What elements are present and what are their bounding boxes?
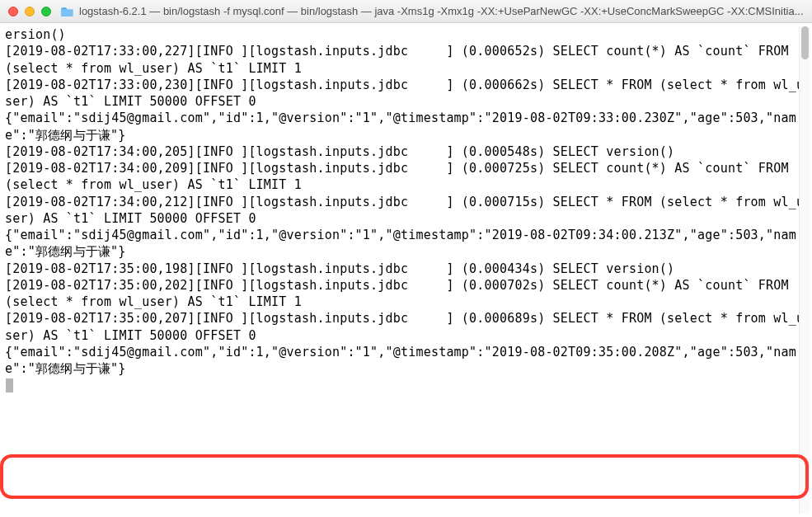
close-button[interactable]: [8, 7, 18, 16]
maximize-button[interactable]: [41, 7, 51, 16]
minimize-button[interactable]: [25, 7, 35, 16]
window-controls: [8, 7, 51, 16]
window-title-bar: logstash-6.2.1 — bin/logstash -f mysql.c…: [0, 0, 812, 23]
terminal-cursor: [6, 378, 13, 392]
highlight-annotation: [0, 454, 809, 499]
window-title: logstash-6.2.1 — bin/logstash -f mysql.c…: [79, 5, 804, 17]
scrollbar-thumb[interactable]: [801, 26, 809, 59]
terminal-output: ersion() [2019-08-02T17:33:00,227][INFO …: [5, 26, 807, 394]
folder-icon: [61, 6, 74, 17]
scrollbar-track[interactable]: [799, 26, 810, 514]
terminal-viewport[interactable]: ersion() [2019-08-02T17:33:00,227][INFO …: [0, 23, 812, 517]
